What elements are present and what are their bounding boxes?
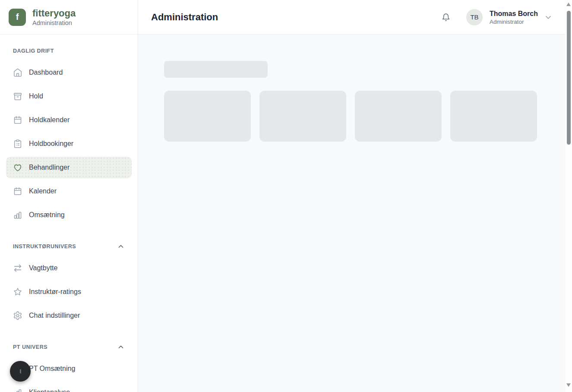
sidebar: f fitteryoga Administration DAGLIG DRIFT… bbox=[0, 0, 138, 392]
sidebar-item-label: Vagtbytte bbox=[29, 264, 57, 272]
heart-icon bbox=[13, 163, 22, 172]
sidebar-item-label: Instruktør-ratings bbox=[29, 288, 81, 296]
widget-glyph-icon bbox=[20, 369, 21, 373]
skeleton-card bbox=[164, 91, 251, 142]
user-role: Administrator bbox=[490, 19, 538, 25]
brand-name: fitteryoga bbox=[32, 8, 76, 19]
sidebar-item-label: PT Omsætning bbox=[29, 365, 75, 373]
sidebar-item-label: Holdbookinger bbox=[29, 140, 73, 148]
chevron-up-icon[interactable] bbox=[117, 243, 125, 250]
sidebar-item-label: Klientanalyse bbox=[29, 389, 70, 392]
main-content bbox=[138, 35, 566, 392]
sidebar-item-hold[interactable]: Hold bbox=[6, 85, 132, 107]
avatar-initials: TB bbox=[470, 13, 478, 21]
calendar-icon bbox=[13, 187, 22, 196]
bar-chart-icon bbox=[13, 210, 22, 220]
brand-logo-letter: f bbox=[16, 12, 19, 22]
sidebar-nav: DAGLIG DRIFTDashboardHoldHoldkalenderHol… bbox=[0, 35, 138, 392]
sidebar-item-label: Dashboard bbox=[29, 69, 63, 76]
page-title: Administration bbox=[151, 12, 218, 23]
scroll-down-arrow[interactable] bbox=[566, 383, 571, 387]
sidebar-item-vagtbytte[interactable]: Vagtbytte bbox=[6, 257, 132, 279]
home-icon bbox=[13, 68, 22, 77]
sidebar-item-klientanalyse[interactable]: Klientanalyse bbox=[6, 382, 132, 392]
calendar-icon bbox=[13, 115, 22, 125]
section-label: INSTRUKTØRUNIVERS bbox=[13, 243, 76, 250]
sidebar-item-behandlinger[interactable]: Behandlinger bbox=[6, 157, 132, 178]
sidebar-item-instrukt-r-ratings[interactable]: Instruktør-ratings bbox=[6, 281, 132, 303]
floating-widget-button[interactable] bbox=[10, 361, 31, 382]
sidebar-header: f fitteryoga Administration bbox=[0, 0, 138, 35]
skeleton-title-bar bbox=[164, 61, 268, 78]
topbar: Administration TB Thomas Borch Administr… bbox=[138, 0, 566, 35]
star-icon bbox=[13, 287, 22, 297]
section-header-instrukt-runivers: INSTRUKTØRUNIVERS bbox=[13, 243, 125, 250]
gear-icon bbox=[13, 311, 22, 320]
scrollbar bbox=[566, 0, 572, 392]
sidebar-item-label: Holdkalender bbox=[29, 116, 70, 124]
chevron-up-icon[interactable] bbox=[117, 343, 125, 351]
skeleton-card bbox=[450, 91, 537, 142]
sidebar-item-label: Kalender bbox=[29, 187, 57, 195]
sidebar-item-label: Hold bbox=[29, 92, 43, 100]
avatar[interactable]: TB bbox=[466, 9, 483, 25]
user-block: Thomas Borch Administrator bbox=[490, 9, 538, 25]
sidebar-item-holdbookinger[interactable]: Holdbookinger bbox=[6, 133, 132, 155]
sidebar-item-label: Chat indstillinger bbox=[29, 312, 80, 319]
sidebar-item-label: Omsætning bbox=[29, 211, 65, 219]
bar-chart-icon bbox=[13, 388, 22, 392]
scroll-up-arrow[interactable] bbox=[566, 3, 571, 6]
chevron-down-icon[interactable] bbox=[544, 13, 553, 22]
scrollbar-thumb[interactable] bbox=[567, 11, 571, 145]
sidebar-item-chat-indstillinger[interactable]: Chat indstillinger bbox=[6, 305, 132, 326]
sidebar-item-label: Behandlinger bbox=[29, 164, 70, 171]
user-name: Thomas Borch bbox=[490, 9, 538, 18]
skeleton-card bbox=[259, 91, 346, 142]
brand-subtitle: Administration bbox=[32, 19, 76, 26]
section-label: DAGLIG DRIFT bbox=[13, 48, 54, 54]
sidebar-item-dashboard[interactable]: Dashboard bbox=[6, 62, 132, 83]
skeleton-card bbox=[355, 91, 442, 142]
sidebar-item-oms-tning[interactable]: Omsætning bbox=[6, 204, 132, 226]
archive-icon bbox=[13, 92, 22, 101]
sidebar-item-holdkalender[interactable]: Holdkalender bbox=[6, 109, 132, 131]
skeleton-cards-row bbox=[164, 91, 537, 142]
bell-icon[interactable] bbox=[441, 13, 451, 22]
brand-logo: f bbox=[9, 9, 26, 26]
topbar-right: TB Thomas Borch Administrator bbox=[441, 9, 553, 25]
clipboard-list-icon bbox=[13, 139, 22, 149]
swap-arrows-icon bbox=[13, 263, 22, 273]
sidebar-item-kalender[interactable]: Kalender bbox=[6, 180, 132, 202]
section-header-daglig-drift: DAGLIG DRIFT bbox=[13, 47, 125, 54]
section-header-pt-univers: PT UNIVERS bbox=[13, 344, 125, 350]
section-label: PT UNIVERS bbox=[13, 344, 47, 350]
brand-text-block: fitteryoga Administration bbox=[32, 8, 76, 26]
